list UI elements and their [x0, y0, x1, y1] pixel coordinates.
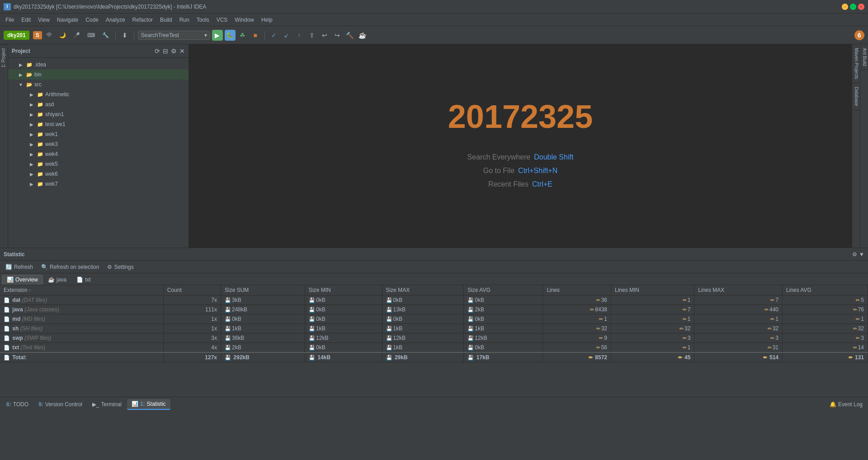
vcs-commit[interactable]: ↑: [294, 30, 305, 41]
undo-button[interactable]: ↩: [319, 30, 330, 41]
panel-hide-icon[interactable]: ▼: [859, 251, 864, 258]
tree-item-wek4[interactable]: ▶ 📁 wek4: [8, 149, 189, 159]
menu-view[interactable]: View: [34, 15, 53, 25]
tree-item-wek1[interactable]: ▶ 📁 wek1: [8, 129, 189, 139]
tab-overview[interactable]: 📊 Overview: [2, 275, 43, 285]
stop-button[interactable]: ■: [250, 30, 261, 41]
cell-size-min: 💾0kB: [305, 343, 382, 353]
chevron-icon: ▶: [28, 91, 35, 98]
menu-refactor[interactable]: Refactor: [129, 15, 156, 25]
menu-window[interactable]: Window: [231, 15, 258, 25]
project-sync-icon[interactable]: ⟳: [155, 47, 160, 55]
tree-item-arithmetic[interactable]: ▶ 📁 Arithmetic: [8, 89, 189, 99]
run-config-chevron[interactable]: ▾: [204, 32, 207, 38]
panel-header-actions: ⚙ ▼: [852, 251, 864, 258]
chevron-icon: ▶: [28, 160, 35, 168]
footer-tab-statistic[interactable]: 📊 1: Statistic: [127, 399, 170, 410]
menu-run[interactable]: Run: [176, 15, 193, 25]
col-size-max[interactable]: Size MAX: [382, 285, 464, 296]
input-method-cn[interactable]: 中: [44, 29, 55, 41]
tree-item-asd[interactable]: ▶ 📁 asd: [8, 99, 189, 109]
tree-item-wek6[interactable]: ▶ 📁 wek6: [8, 169, 189, 179]
panel-settings-icon[interactable]: ⚙: [852, 251, 857, 258]
debug-button[interactable]: 🐛: [225, 30, 236, 41]
col-lines-max[interactable]: Lines MAX: [694, 285, 783, 296]
col-size-min[interactable]: Size MIN: [305, 285, 382, 296]
table-row[interactable]: 📄 txt (Text files) 4x 💾2kB 💾0kB 💾1kB 💾0k…: [0, 343, 868, 353]
tree-item-wek5[interactable]: ▶ 📁 wek5: [8, 159, 189, 169]
event-log-label: Event Log: [838, 401, 863, 408]
col-count[interactable]: Count: [163, 285, 221, 296]
project-name[interactable]: dky201: [4, 31, 29, 40]
refresh-on-selection-button[interactable]: 🔍 Refresh on selection: [38, 263, 103, 272]
tree-item-bin[interactable]: ▶ 📂 bin: [8, 70, 189, 80]
event-log-button[interactable]: 🔔 Event Log: [826, 401, 866, 408]
footer-tab-todo[interactable]: 6: TODO: [2, 399, 33, 409]
table-row[interactable]: 📄 sh (SH files) 1x 💾1kB 💾1kB 💾1kB 💾1kB ✏…: [0, 324, 868, 333]
sidebar-tab-ant-build[interactable]: Ant Build: [860, 44, 868, 70]
input-method-keyboard[interactable]: ⌨: [85, 30, 98, 40]
minimize-button[interactable]: −: [842, 4, 848, 10]
menu-edit[interactable]: Edit: [18, 15, 34, 25]
menu-tools[interactable]: Tools: [193, 15, 213, 25]
table-row[interactable]: 📄 swp (SWP files) 3x 💾36kB 💾12kB 💾12kB 💾…: [0, 333, 868, 343]
tree-item-shiyan1[interactable]: ▶ 📁 shiyan1: [8, 109, 189, 119]
menu-help[interactable]: Help: [258, 15, 276, 25]
tab-txt[interactable]: 📄 txt: [71, 275, 96, 285]
redo-button[interactable]: ↪: [332, 30, 343, 41]
input-method-moon[interactable]: 🌙: [57, 30, 69, 40]
col-lines-min[interactable]: Lines MIN: [611, 285, 694, 296]
floppy-icon: 💾: [309, 326, 315, 331]
maximize-button[interactable]: □: [850, 4, 856, 10]
build-project[interactable]: 🔨: [344, 30, 355, 41]
vcs-update-project[interactable]: ↙: [281, 30, 292, 41]
menu-code[interactable]: Code: [82, 15, 102, 25]
project-hide-icon[interactable]: ✕: [179, 47, 185, 55]
profile-icon[interactable]: 6: [854, 30, 864, 40]
col-size-avg[interactable]: Size AVG: [464, 285, 543, 296]
tree-item-idea[interactable]: ▶ 📁 .idea: [8, 60, 189, 70]
menu-analyze[interactable]: Analyze: [102, 15, 129, 25]
table-row[interactable]: 📄 dat (DAT files) 7x 💾3kB 💾0kB 💾0kB 💾0kB…: [0, 296, 868, 305]
input-method-settings[interactable]: 🔧: [99, 30, 112, 40]
footer-tabs: 6: TODO 9: Version Control ▶_ Terminal 📊…: [0, 397, 868, 411]
tree-item-wek3[interactable]: ▶ 📁 wek3: [8, 139, 189, 149]
floppy-icon: 💾: [467, 355, 474, 360]
pencil-icon: ✏: [856, 316, 860, 322]
refresh-button[interactable]: 🔄 Refresh: [2, 263, 37, 272]
sdk-button[interactable]: ☕: [357, 30, 368, 41]
menu-vcs[interactable]: VCS: [213, 15, 231, 25]
cell-ext: 📄 swp (SWP files): [0, 333, 163, 343]
vcs-annotate[interactable]: ✓: [269, 30, 279, 41]
project-settings-icon[interactable]: ⚙: [171, 47, 177, 55]
table-row[interactable]: 📄 java (Java classes) 111x 💾248kB 💾0kB 💾…: [0, 305, 868, 314]
settings-button[interactable]: ⚙ Settings: [104, 263, 137, 272]
tree-item-wek7[interactable]: ▶ 📁 wek7: [8, 179, 189, 189]
menu-navigate[interactable]: Navigate: [53, 15, 82, 25]
table-row[interactable]: 📄 md (MD files) 1x 💾0kB 💾0kB 💾0kB 💾0kB ✏…: [0, 314, 868, 324]
close-button[interactable]: ×: [858, 4, 864, 10]
tree-item-src[interactable]: ▼ 📂 src: [8, 80, 189, 89]
footer-tab-version-control[interactable]: 9: Version Control: [34, 399, 87, 409]
col-extension[interactable]: Extension: [0, 285, 163, 296]
vcs-push[interactable]: ⇪: [307, 30, 317, 41]
toolbar-vcs-update[interactable]: ⬇: [119, 30, 130, 41]
sidebar-tab-maven[interactable]: Maven Projects: [852, 44, 860, 83]
input-method-s[interactable]: S: [33, 31, 42, 39]
sidebar-tab-project[interactable]: 1: Project: [0, 44, 8, 71]
project-collapse-icon[interactable]: ⊟: [163, 47, 168, 55]
coverage-button[interactable]: ☘: [237, 30, 248, 41]
col-lines-avg[interactable]: Lines AVG: [783, 285, 868, 296]
input-method-mic[interactable]: 🎤: [71, 30, 83, 40]
footer-tab-terminal[interactable]: ▶_ Terminal: [88, 399, 126, 409]
tree-item-test-we1[interactable]: ▶ 📁 test.we1: [8, 119, 189, 129]
sidebar-tab-database[interactable]: Database: [852, 83, 860, 110]
col-size-sum[interactable]: Size SUM: [221, 285, 305, 296]
cell-size-min: 💾0kB: [305, 296, 382, 305]
col-lines[interactable]: Lines: [543, 285, 611, 296]
tab-java[interactable]: ☕ java: [43, 275, 71, 285]
menu-file[interactable]: File: [2, 15, 18, 25]
menu-build[interactable]: Build: [156, 15, 176, 25]
run-button[interactable]: ▶: [212, 30, 223, 41]
run-config-selector[interactable]: SearchTreeTest ▾: [138, 31, 210, 40]
